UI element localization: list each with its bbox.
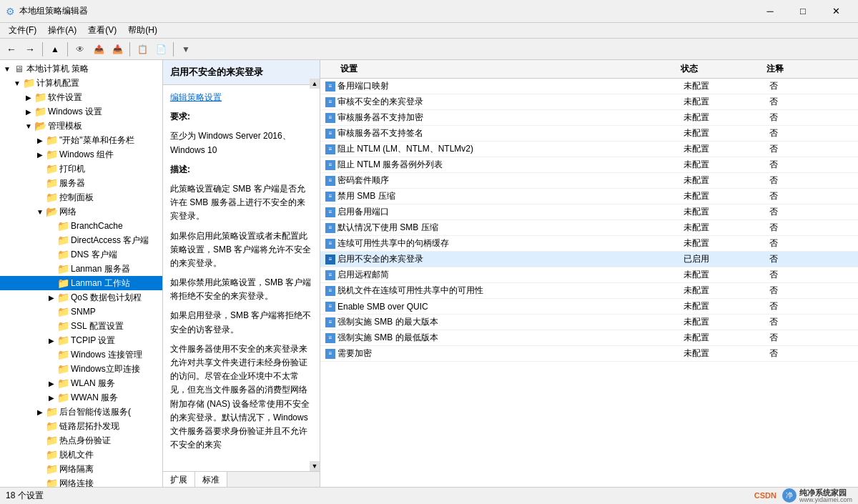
menu-view[interactable]: 查看(V)	[82, 23, 122, 38]
menu-help[interactable]: 帮助(H)	[122, 23, 163, 38]
row-8-note: 否	[769, 206, 855, 218]
row-9-setting-icon: ≡	[329, 224, 332, 231]
export-button[interactable]: 📤	[90, 41, 107, 58]
tree-wlan-label: WLAN 服务	[71, 377, 115, 390]
tree-tcpip[interactable]: ▶ 📁 TCPIP 设置	[0, 333, 162, 347]
tree-win-connect[interactable]: ▶ 📁 Windows 连接管理	[0, 347, 162, 362]
link-icon: 📁	[46, 420, 57, 432]
tree-windows-components[interactable]: ▶ 📁 Windows 组件	[0, 147, 162, 162]
menu-file[interactable]: 文件(F)	[3, 23, 42, 38]
tree-wlan[interactable]: ▶ 📁 WLAN 服务	[0, 376, 162, 390]
show-hide-button[interactable]: 👁	[72, 41, 89, 58]
up-button[interactable]: ▲	[46, 41, 64, 58]
windows-settings-expand[interactable]: ▶	[23, 106, 34, 117]
tree-control-panel[interactable]: ▶ 📁 控制面板	[0, 190, 162, 204]
tree-wwan[interactable]: ▶ 📁 WWAN 服务	[0, 390, 162, 405]
row-10-icon: ≡	[323, 239, 337, 249]
tree-root[interactable]: ▼ 🖥 本地计算机 策略	[0, 61, 162, 76]
settings-row-0[interactable]: ≡ 备用端口映射 未配置 否	[320, 79, 858, 94]
row-15-icon: ≡	[323, 317, 337, 327]
isolation-icon: 📁	[46, 463, 57, 475]
copy-button[interactable]: 📋	[134, 41, 151, 58]
scroll-up-button[interactable]: ▲	[310, 79, 320, 89]
computer-expand-icon[interactable]: ▼	[11, 77, 23, 89]
settings-row-16[interactable]: ≡ 强制实施 SMB 的最低版本 未配置 否	[320, 330, 858, 346]
tree-dns[interactable]: ▶ 📁 DNS 客户端	[0, 247, 162, 262]
tree-windows-settings[interactable]: ▶ 📁 Windows 设置	[0, 104, 162, 119]
tree-link-layer[interactable]: ▶ 📁 链路层拓扑发现	[0, 419, 162, 433]
settings-row-15[interactable]: ≡ 强制实施 SMB 的最大版本 未配置 否	[320, 315, 858, 330]
network-expand[interactable]: ▼	[34, 206, 46, 217]
filter-button[interactable]: ▼	[177, 41, 194, 58]
wwan-expand[interactable]: ▶	[46, 392, 57, 403]
tree-printer[interactable]: ▶ 📁 打印机	[0, 162, 162, 176]
back-button[interactable]: ←	[3, 41, 20, 58]
close-button[interactable]: ✕	[819, 0, 852, 23]
settings-row-7[interactable]: ≡ 禁用 SMB 压缩 未配置 否	[320, 189, 858, 204]
row-0-icon: ≡	[323, 81, 337, 92]
backend-expand[interactable]: ▶	[34, 406, 46, 417]
settings-row-3[interactable]: ≡ 审核服务器不支持签名 未配置 否	[320, 126, 858, 142]
settings-row-4[interactable]: ≡ 阻止 NTLM (LM、NTLM、NTLMv2) 未配置 否	[320, 142, 858, 157]
tree-backend-label: 后台智能传送服务(	[59, 406, 131, 418]
qos-expand[interactable]: ▶	[46, 292, 57, 303]
tree-server[interactable]: ▶ 📁 服务器	[0, 176, 162, 190]
settings-row-1[interactable]: ≡ 审核不安全的来宾登录 未配置 否	[320, 94, 858, 110]
row-6-status: 未配置	[684, 174, 769, 187]
settings-row-17[interactable]: ≡ 需要加密 未配置 否	[320, 346, 858, 362]
row-3-status: 未配置	[684, 127, 769, 139]
software-expand-icon[interactable]: ▶	[23, 92, 34, 103]
tree-snmp[interactable]: ▶ 📁 SNMP	[0, 305, 162, 319]
watermark-logo: 净	[782, 488, 797, 503]
forward-button[interactable]: →	[21, 41, 39, 58]
menu-action[interactable]: 操作(A)	[42, 23, 82, 38]
tree-lanman-server[interactable]: ▶ 📁 Lanman 服务器	[0, 262, 162, 276]
tcpip-expand[interactable]: ▶	[46, 335, 57, 346]
net-connect-icon: 📁	[46, 478, 57, 487]
wlan-expand[interactable]: ▶	[46, 377, 57, 389]
root-expand-icon[interactable]: ▼	[1, 63, 13, 74]
tree-network[interactable]: ▼ 📂 网络	[0, 204, 162, 219]
tree-admin-templates[interactable]: ▼ 📂 管理模板	[0, 119, 162, 133]
import-button[interactable]: 📥	[109, 41, 126, 58]
minimize-button[interactable]: ─	[754, 0, 786, 23]
tree-ssl[interactable]: ▶ 📁 SSL 配置设置	[0, 319, 162, 333]
win-comp-expand[interactable]: ▶	[34, 149, 46, 160]
tab-expand[interactable]: 扩展	[163, 472, 195, 487]
settings-row-14[interactable]: ≡ Enable SMB over QUIC 未配置 否	[320, 299, 858, 315]
tree-hotspot[interactable]: ▶ 📁 热点身份验证	[0, 433, 162, 448]
admin-expand-icon[interactable]: ▼	[23, 120, 34, 132]
tree-branch-cache[interactable]: ▶ 📁 BranchCache	[0, 219, 162, 233]
tree-isolation[interactable]: ▶ 📁 网络隔离	[0, 462, 162, 476]
tree-software-settings[interactable]: ▶ 📁 软件设置	[0, 90, 162, 104]
tree-win-instant[interactable]: ▶ 📁 Windows立即连接	[0, 362, 162, 376]
tree-qos[interactable]: ▶ 📁 QoS 数据包计划程	[0, 290, 162, 305]
paste-button[interactable]: 📄	[152, 41, 169, 58]
settings-row-13[interactable]: ≡ 脱机文件在连续可用性共享中的可用性 未配置 否	[320, 283, 858, 299]
settings-row-6[interactable]: ≡ 密码套件顺序 未配置 否	[320, 173, 858, 189]
settings-row-2[interactable]: ≡ 审核服务器不支持加密 未配置 否	[320, 110, 858, 126]
tree-direct-access[interactable]: ▶ 📁 DirectAccess 客户端	[0, 233, 162, 247]
settings-row-9[interactable]: ≡ 默认情况下使用 SMB 压缩 未配置 否	[320, 220, 858, 236]
tree-lanman-workstation[interactable]: ▶ 📁 Lanman 工作站	[0, 276, 162, 290]
win-connect-icon: 📁	[57, 349, 69, 360]
scroll-down-button[interactable]: ▼	[310, 461, 320, 471]
settings-row-11[interactable]: ≡ 启用不安全的来宾登录 已启用 否	[320, 252, 858, 267]
settings-row-8[interactable]: ≡ 启用备用端口 未配置 否	[320, 204, 858, 220]
settings-row-5[interactable]: ≡ 阻止 NTLM 服务器例外列表 未配置 否	[320, 157, 858, 173]
settings-row-10[interactable]: ≡ 连续可用性共享中的句柄缓存 未配置 否	[320, 236, 858, 252]
tree-backend-transfer[interactable]: ▶ 📁 后台智能传送服务(	[0, 405, 162, 419]
settings-row-12[interactable]: ≡ 启用远程邮简 未配置 否	[320, 267, 858, 283]
toolbar-sep-2	[67, 42, 68, 56]
start-menu-expand[interactable]: ▶	[34, 134, 46, 146]
row-7-name: 禁用 SMB 压缩	[337, 190, 684, 202]
tree-computer-config[interactable]: ▼ 📁 计算机配置	[0, 76, 162, 90]
tree-offline[interactable]: ▶ 📁 脱机文件	[0, 448, 162, 462]
tree-windows-components-label: Windows 组件	[59, 149, 114, 161]
tree-net-connect[interactable]: ▶ 📁 网络连接	[0, 476, 162, 487]
tree-start-menu[interactable]: ▶ 📁 "开始"菜单和任务栏	[0, 133, 162, 147]
tab-standard[interactable]: 标准	[195, 472, 227, 487]
edit-policy-link[interactable]: 编辑策略设置	[170, 92, 222, 102]
desc-p2: 如果你启用此策略设置或者未配置此策略设置，SMB 客户端将允许不安全的来宾登录。	[170, 229, 312, 271]
maximize-button[interactable]: □	[786, 0, 819, 23]
